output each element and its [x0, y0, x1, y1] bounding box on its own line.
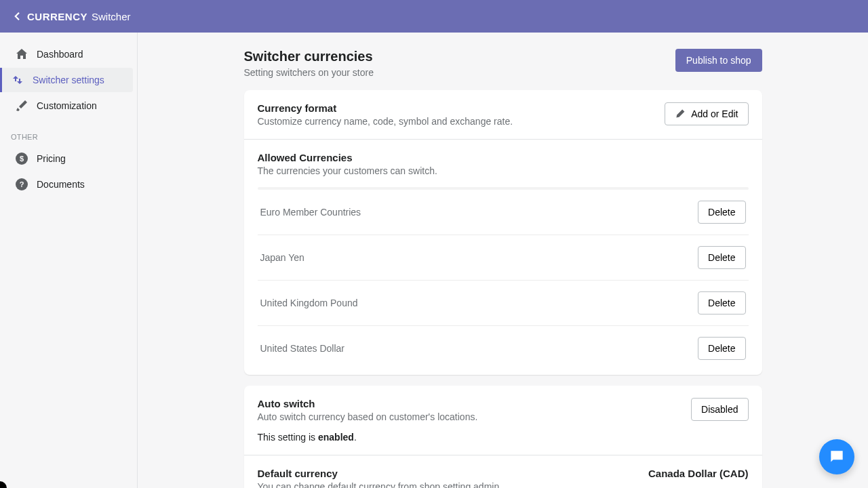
currency-name: United Kingdom Pound [260, 298, 358, 308]
sidebar-item-dashboard[interactable]: Dashboard [4, 42, 133, 66]
dollar-icon: $ [15, 152, 28, 165]
sidebar-item-label: Switcher settings [33, 75, 104, 85]
question-icon: ? [15, 178, 28, 191]
page-header: Switcher currencies Setting switchers on… [244, 49, 762, 78]
svg-text:$: $ [20, 155, 24, 163]
switch-icon [11, 73, 24, 87]
delete-button[interactable]: Delete [698, 337, 745, 360]
add-or-edit-label: Add or Edit [691, 108, 738, 119]
currency-name: United States Dollar [260, 343, 345, 354]
sidebar: Dashboard Switcher settings Customizatio… [0, 33, 138, 488]
topbar: CURRENCY Switcher [0, 0, 868, 33]
currency-row: United Kingdom Pound Delete [258, 281, 749, 326]
brand-arrow-icon [11, 10, 23, 22]
sidebar-item-label: Pricing [37, 153, 66, 164]
section-desc: Customize currency name, code, symbol an… [258, 116, 513, 127]
auto-switch-card: Auto switch Auto switch currency based o… [244, 386, 762, 488]
delete-button[interactable]: Delete [698, 201, 745, 224]
section-title: Default currency [258, 468, 502, 479]
main-content: Switcher currencies Setting switchers on… [138, 33, 868, 488]
home-icon [15, 47, 28, 61]
section-desc: Auto switch currency based on customer's… [258, 411, 478, 422]
auto-switch-toggle-button[interactable]: Disabled [691, 398, 748, 421]
sidebar-heading-other: OTHER [0, 126, 137, 145]
sidebar-item-customization[interactable]: Customization [4, 94, 133, 118]
brush-icon [15, 99, 28, 113]
currency-format-card: Currency format Customize currency name,… [244, 90, 762, 375]
currency-name: Japan Yen [260, 252, 304, 263]
section-title: Auto switch [258, 398, 478, 409]
section-desc: The currencies your customers can switch… [258, 165, 749, 176]
sidebar-item-label: Dashboard [37, 49, 83, 60]
currency-row: Euro Member Countries Delete [258, 190, 749, 235]
currency-row: Japan Yen Delete [258, 235, 749, 281]
pencil-icon [675, 108, 686, 119]
auto-switch-status: This setting is enabled. [258, 432, 749, 443]
publish-button[interactable]: Publish to shop [675, 49, 762, 72]
sidebar-item-switcher-settings[interactable]: Switcher settings [0, 68, 133, 92]
svg-text:?: ? [20, 180, 24, 188]
chat-fab[interactable] [819, 439, 854, 474]
section-title: Currency format [258, 102, 513, 114]
delete-button[interactable]: Delete [698, 246, 745, 269]
currency-row: United States Dollar Delete [258, 326, 749, 363]
delete-button[interactable]: Delete [698, 291, 745, 314]
page-title: Switcher currencies [244, 49, 374, 64]
section-title: Allowed Currencies [258, 152, 749, 163]
brand-logo: CURRENCY Switcher [11, 10, 131, 22]
currency-name: Euro Member Countries [260, 207, 361, 218]
sidebar-item-documents[interactable]: ? Documents [4, 172, 133, 197]
add-or-edit-button[interactable]: Add or Edit [665, 102, 748, 125]
section-desc: You can change default currency from sho… [258, 481, 502, 488]
brand-sub: Switcher [92, 11, 131, 22]
sidebar-item-label: Customization [37, 100, 97, 111]
default-currency-value: Canada Dollar (CAD) [648, 468, 749, 479]
sidebar-item-pricing[interactable]: $ Pricing [4, 146, 133, 171]
sidebar-item-label: Documents [37, 179, 85, 190]
page-subtitle: Setting switchers on your store [244, 67, 374, 78]
chat-icon [828, 448, 846, 466]
brand-main: CURRENCY [27, 11, 87, 22]
